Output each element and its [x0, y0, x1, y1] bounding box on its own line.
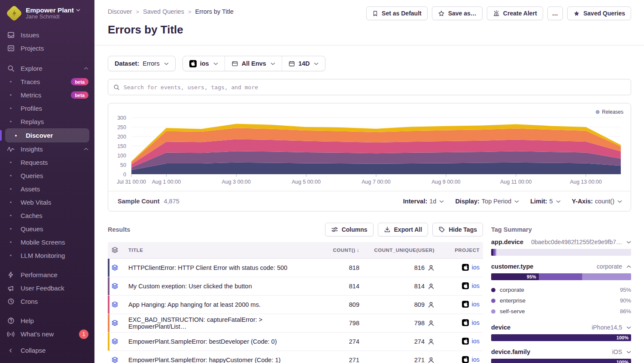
sidebar-item-projects[interactable]: Projects — [0, 42, 94, 55]
environment-filter[interactable]: All Envs — [225, 56, 282, 71]
project-link[interactable]: ios — [471, 338, 480, 345]
sidebar-item-requests[interactable]: •Requests — [0, 156, 94, 169]
sidebar-item-user-feedback[interactable]: User Feedback — [0, 281, 94, 295]
tag-header[interactable]: device.familyiOS — [491, 348, 631, 355]
more-options-button-label: … — [552, 10, 558, 17]
table-row[interactable]: EXC_BAD_INSTRUCTION: captureFatalError: … — [108, 314, 483, 332]
date-range-filter[interactable]: 14D — [282, 56, 325, 71]
chart-control-display[interactable]: Display:Top Period — [455, 198, 519, 205]
sidebar-item-discover[interactable]: •Discover — [5, 128, 89, 142]
save-as-button[interactable]: Save as… — [432, 6, 483, 20]
row-project[interactable]: ios — [438, 258, 483, 277]
sidebar-item-traces[interactable]: •Tracesbeta — [0, 75, 94, 88]
stacked-area-chart[interactable]: 050100150200250300Jul 31 00:00Aug 1 00:0… — [108, 103, 631, 191]
sidebar-item-queries[interactable]: •Queries — [0, 169, 94, 182]
sidebar-item-web-vitals[interactable]: •Web Vitals — [0, 196, 94, 209]
stack-icon[interactable] — [111, 338, 122, 345]
table-row[interactable]: App Hanging: App hanging for at least 20… — [108, 295, 483, 314]
create-alert-button[interactable]: Create Alert — [487, 6, 543, 20]
row-project[interactable]: ios — [438, 332, 483, 351]
sidebar-item-what-s-new[interactable]: What's new1 — [0, 327, 94, 341]
project-link[interactable]: ios — [471, 319, 480, 326]
sidebar-item-label: Replays — [21, 118, 44, 125]
stack-icon[interactable] — [111, 264, 122, 271]
tag-distribution-bar[interactable] — [491, 249, 631, 256]
bullet-icon: • — [7, 159, 15, 166]
sidebar-item-crons[interactable]: Crons — [0, 295, 94, 308]
stack-icon[interactable] — [111, 282, 122, 290]
sidebar-item-mobile-screens[interactable]: •Mobile Screens — [0, 236, 94, 249]
releases-legend-label: Releases — [602, 109, 623, 115]
control-label: Display: — [455, 198, 479, 205]
tag-header[interactable]: app.device0baebc0de4982f1255f2e9e9fb7… — [491, 239, 631, 245]
row-title[interactable]: EmpowerPlant.SampleError: happyCustomer … — [125, 351, 316, 363]
org-switcher[interactable]: Empower Plant Jane Schmidt — [0, 0, 94, 25]
row-project[interactable]: ios — [438, 314, 483, 332]
chart-control-limit[interactable]: Limit:5 — [530, 198, 561, 205]
row-project[interactable]: ios — [438, 351, 483, 363]
row-title[interactable]: EXC_BAD_INSTRUCTION: captureFatalError: … — [125, 314, 316, 332]
legend-dot-icon — [491, 299, 495, 303]
columns-button[interactable]: Columns — [325, 223, 374, 236]
row-title[interactable]: My Custom exeption: User clicked the but… — [125, 277, 316, 295]
chart-control-yaxis[interactable]: Y-Axis:count() — [572, 198, 622, 205]
tag-legend-row[interactable]: self-serve86% — [491, 306, 631, 317]
table-row[interactable]: My Custom exeption: User clicked the but… — [108, 277, 483, 295]
sidebar-item-metrics[interactable]: •Metricsbeta — [0, 88, 94, 102]
row-count: 809 — [316, 295, 363, 314]
row-project[interactable]: ios — [438, 295, 483, 314]
stack-icon[interactable] — [111, 319, 122, 327]
table-row[interactable]: EmpowerPlant.SampleError: bestDeveloper … — [108, 332, 483, 351]
hide-tags-button[interactable]: Hide Tags — [432, 223, 483, 236]
chart-control-interval[interactable]: Interval:1d — [403, 198, 444, 205]
control-value: count() — [595, 198, 614, 205]
sidebar-item-llm-monitoring[interactable]: •LLM Monitoring — [0, 249, 94, 262]
sidebar-collapse-button[interactable]: Collapse — [0, 344, 94, 357]
sidebar-item-caches[interactable]: •Caches — [0, 209, 94, 222]
unique-value: 271 — [414, 357, 425, 363]
column-header-countuniqueuser[interactable]: COUNT_UNIQUE(USER) — [363, 242, 438, 258]
project-link[interactable]: ios — [471, 301, 480, 308]
sidebar-item-profiles[interactable]: •Profiles — [0, 102, 94, 115]
sidebar-item-replays[interactable]: •Replays — [0, 115, 94, 128]
saved-queries-button[interactable]: Saved Queries — [567, 6, 631, 20]
tag-distribution-bar[interactable]: 100% — [491, 334, 631, 341]
sidebar-item-queues[interactable]: •Queues — [0, 222, 94, 236]
tag-distribution-bar[interactable]: 100% — [491, 359, 631, 363]
tag-header[interactable]: deviceiPhone14,5 — [491, 324, 631, 331]
sidebar-item-assets[interactable]: •Assets — [0, 182, 94, 196]
stack-icon[interactable] — [111, 356, 122, 363]
set-as-default-button[interactable]: Set as Default — [366, 6, 428, 20]
row-project[interactable]: ios — [438, 277, 483, 295]
sidebar-item-help[interactable]: Help — [0, 314, 94, 327]
dataset-selector[interactable]: Dataset: Errors — [108, 56, 176, 71]
tag-legend-row[interactable]: corporate95% — [491, 284, 631, 295]
chevron-up-icon — [84, 148, 88, 151]
project-link[interactable]: ios — [471, 264, 480, 271]
breadcrumb-item[interactable]: Saved Queries — [143, 8, 184, 15]
sidebar-item-explore[interactable]: Explore — [0, 62, 94, 75]
column-header-count[interactable]: COUNT()↓ — [316, 242, 363, 258]
project-link[interactable]: ios — [471, 282, 480, 289]
tag-distribution-bar[interactable]: 95% — [491, 273, 631, 280]
project-link[interactable]: ios — [471, 356, 480, 363]
export-all-button[interactable]: Export All — [378, 223, 428, 236]
tag-header[interactable]: customer.typecorporate — [491, 263, 631, 270]
table-row[interactable]: EmpowerPlant.SampleError: happyCustomer … — [108, 351, 483, 363]
stack-icon[interactable] — [111, 301, 122, 308]
sidebar-item-performance[interactable]: Performance — [0, 268, 94, 281]
series-color-bar — [108, 296, 109, 314]
more-options-button[interactable]: … — [547, 6, 563, 20]
row-title[interactable]: App Hanging: App hanging for at least 20… — [125, 295, 316, 314]
row-title[interactable]: EmpowerPlant.SampleError: bestDeveloper … — [125, 332, 316, 351]
project-filter[interactable]: ios — [183, 56, 225, 71]
column-header-title[interactable]: TITLE — [125, 242, 316, 258]
row-title[interactable]: HTTPClientError: HTTP Client Error with … — [125, 258, 316, 277]
sidebar-item-insights[interactable]: Insights — [0, 142, 94, 156]
tag-legend-row[interactable]: enterprise90% — [491, 295, 631, 306]
breadcrumb-item[interactable]: Discover — [108, 8, 132, 15]
column-header-project[interactable]: PROJECT — [438, 242, 483, 258]
sidebar-item-issues[interactable]: Issues — [0, 28, 94, 42]
search-input[interactable] — [124, 84, 626, 91]
table-row[interactable]: HTTPClientError: HTTP Client Error with … — [108, 258, 483, 277]
